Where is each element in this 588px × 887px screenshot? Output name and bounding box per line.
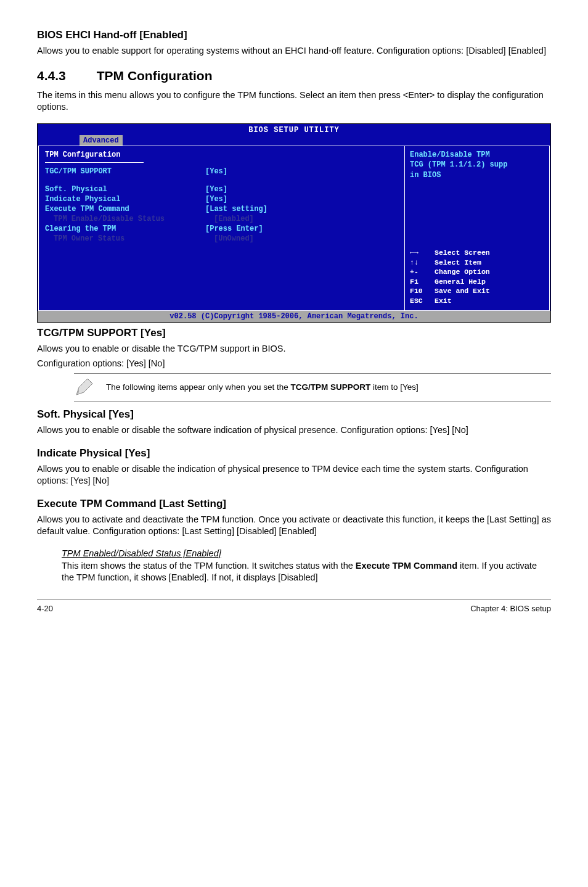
chapter-label: Chapter 4: BIOS setup xyxy=(470,603,551,614)
bios-left-panel: TPM Configuration TGC/TPM SUPPORT[Yes]So… xyxy=(38,146,405,311)
bios-nav-key: F10 xyxy=(410,286,435,296)
note-pre: The following items appear only when you… xyxy=(106,382,290,392)
bios-setting-row: TGC/TPM SUPPORT[Yes] xyxy=(45,167,398,176)
bios-nav-row: F10Save and Exit xyxy=(410,286,544,296)
bios-setting-row: TPM Enable/Disable Status[Enabled] xyxy=(45,214,398,224)
bios-nav-key: ←→ xyxy=(410,248,435,258)
bios-setting-value: [Yes] xyxy=(205,167,227,176)
bios-setting-label: Clearing the TPM xyxy=(45,224,205,234)
tpm-status-bold: Execute TPM Command xyxy=(356,561,457,571)
bios-nav-key: ↑↓ xyxy=(410,258,435,268)
bios-setting-row: Execute TPM Command[Last setting] xyxy=(45,204,398,214)
note-text: The following items appear only when you… xyxy=(106,382,419,393)
body-ehci: Allows you to enable support for operati… xyxy=(37,45,551,57)
bios-nav-row: ↑↓Select Item xyxy=(410,258,544,268)
bios-nav-text: Change Option xyxy=(435,267,490,277)
bios-nav-text: General Help xyxy=(435,277,486,287)
section-number: 4.4.3 xyxy=(37,67,66,85)
bios-setting-row: Indicate Physical[Yes] xyxy=(45,194,398,204)
bios-setting-row: TPM Owner Status[UnOwned] xyxy=(45,234,398,244)
bios-nav-key: ESC xyxy=(410,296,435,306)
heading-soft: Soft. Physical [Yes] xyxy=(37,408,551,422)
heading-tcg: TCG/TPM SUPPORT [Yes] xyxy=(37,326,551,340)
bios-setting-label: TPM Enable/Disable Status xyxy=(45,214,214,224)
body-tcg-2: Configuration options: [Yes] [No] xyxy=(37,358,551,370)
bios-tab-row: Advanced xyxy=(38,135,550,145)
body-tcg-1: Allows you to enable or disable the TCG/… xyxy=(37,343,551,355)
bios-setting-label: TPM Owner Status xyxy=(45,234,214,244)
page-number: 4-20 xyxy=(37,603,53,614)
bios-copyright: v02.58 (C)Copyright 1985-2006, American … xyxy=(38,311,550,322)
bios-nav-key: F1 xyxy=(410,277,435,287)
bios-setting-row: Clearing the TPM[Press Enter] xyxy=(45,224,398,234)
bios-setting-value: [Yes] xyxy=(205,184,227,194)
bios-setting-value: [Press Enter] xyxy=(205,224,263,234)
tpm-status-body: This item shows the status of the TPM fu… xyxy=(62,560,545,584)
tpm-status-block: TPM Enabled/Disabled Status [Enabled] Th… xyxy=(62,548,545,584)
bios-nav-row: ESCExit xyxy=(410,296,544,306)
bios-divider xyxy=(45,162,144,163)
page-footer: 4-20 Chapter 4: BIOS setup xyxy=(37,599,551,614)
bios-setting-value: [Last setting] xyxy=(205,204,267,214)
bios-setting-label: Soft. Physical xyxy=(45,184,205,194)
body-indicate: Allows you to enable or disable the indi… xyxy=(37,463,551,487)
bios-nav-key: +- xyxy=(410,267,435,277)
bios-nav-text: Save and Exit xyxy=(435,286,490,296)
tpm-status-pre: This item shows the status of the TPM fu… xyxy=(62,561,356,571)
note-bold: TCG/TPM SUPPORT xyxy=(290,382,370,392)
bios-help-line: TCG (TPM 1.1/1.2) supp xyxy=(410,160,544,170)
body-exec: Allows you to activate and deactivate th… xyxy=(37,514,551,538)
bios-rows-container: TGC/TPM SUPPORT[Yes]Soft. Physical[Yes]I… xyxy=(45,167,398,244)
bios-setting-label: Indicate Physical xyxy=(45,194,205,204)
bios-setting-value: [Enabled] xyxy=(214,214,254,224)
bios-setting-value: [UnOwned] xyxy=(214,234,254,244)
bios-nav-text: Select Item xyxy=(435,258,481,268)
bios-setting-label: TGC/TPM SUPPORT xyxy=(45,167,205,176)
bios-title: BIOS SETUP UTILITY xyxy=(38,124,550,135)
heading-ehci: BIOS EHCI Hand-off [Enabled] xyxy=(37,28,551,43)
bios-help-line: Enable/Disable TPM xyxy=(410,150,544,160)
tpm-status-title: TPM Enabled/Disabled Status [Enabled] xyxy=(62,548,545,560)
body-soft: Allows you to enable or disable the soft… xyxy=(37,424,551,437)
pencil-note-icon xyxy=(74,377,94,397)
bios-setting-label: Execute TPM Command xyxy=(45,204,205,214)
bios-setting-value: [Yes] xyxy=(205,194,227,204)
bios-right-panel: Enable/Disable TPM TCG (TPM 1.1/1.2) sup… xyxy=(405,146,550,311)
heading-exec: Execute TPM Command [Last Setting] xyxy=(37,497,551,511)
bios-nav-text: Exit xyxy=(435,296,452,306)
bios-nav-text: Select Screen xyxy=(435,248,490,258)
bios-left-heading: TPM Configuration xyxy=(45,150,398,160)
heading-indicate: Indicate Physical [Yes] xyxy=(37,447,551,461)
bios-nav-row: ←→Select Screen xyxy=(410,248,544,258)
bios-screenshot: BIOS SETUP UTILITY Advanced TPM Configur… xyxy=(37,123,551,323)
section-title: TPM Configuration xyxy=(97,68,213,83)
bios-help-line: in BIOS xyxy=(410,170,544,180)
bios-nav: ←→Select Screen↑↓Select Item+-Change Opt… xyxy=(410,248,544,305)
note-box: The following items appear only when you… xyxy=(74,373,551,402)
bios-setting-row: Soft. Physical[Yes] xyxy=(45,184,398,194)
bios-tab-advanced: Advanced xyxy=(80,135,123,146)
bios-nav-row: +-Change Option xyxy=(410,267,544,277)
bios-nav-row: F1General Help xyxy=(410,277,544,287)
note-post: item to [Yes] xyxy=(370,382,419,392)
heading-443: 4.4.3TPM Configuration xyxy=(37,67,551,85)
body-443: The items in this menu allows you to con… xyxy=(37,89,551,113)
